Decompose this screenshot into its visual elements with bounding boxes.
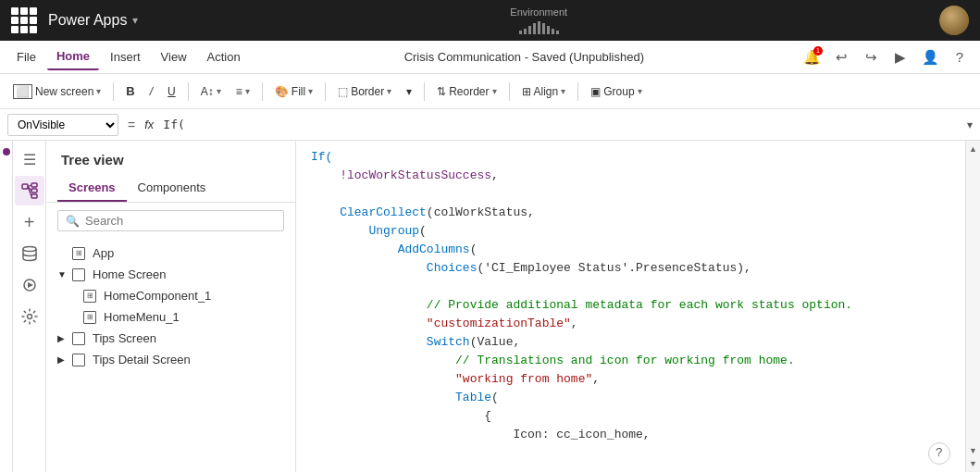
hamburger-menu-icon[interactable]: ☰	[15, 144, 44, 174]
undo-icon: ↩	[836, 49, 848, 66]
play-button[interactable]: ▶	[887, 44, 913, 70]
italic-button[interactable]: /	[144, 79, 158, 105]
tree-item-homemenu-1[interactable]: ▶ ⊞ HomeMenu_1	[46, 306, 295, 328]
homecomponent-1-label: HomeComponent_1	[104, 289, 211, 303]
formula-bar: OnVisible = fx ▾	[0, 109, 980, 141]
align-button[interactable]: ⊞ Align ▾	[516, 79, 572, 105]
tree-panel: Tree view Screens Components 🔍 ▶ ⊞ App ▼…	[46, 141, 296, 472]
tips-screen-label: Tips Screen	[93, 331, 156, 345]
menu-file[interactable]: File	[7, 44, 45, 70]
help-button[interactable]: ?	[947, 44, 973, 70]
tree-search-box: 🔍	[57, 210, 284, 231]
tree-item-app-label: App	[93, 246, 114, 260]
dropdown-button[interactable]: ▾	[401, 79, 417, 105]
tab-components[interactable]: Components	[127, 175, 217, 202]
settings-icon[interactable]	[15, 302, 44, 331]
undo-button[interactable]: ↩	[828, 44, 854, 70]
doc-title: Crisis Communication - Saved (Unpublishe…	[252, 50, 797, 64]
menu-insert[interactable]: Insert	[101, 44, 150, 70]
toolbar-separator-7	[577, 82, 578, 101]
tree-tabs: Screens Components	[46, 175, 295, 203]
menu-bar: File Home Insert View Action Crisis Comm…	[0, 41, 980, 74]
code-line-1: If(	[311, 148, 950, 167]
waffle-menu[interactable]	[11, 7, 37, 33]
svg-rect-1	[31, 183, 37, 187]
formula-expand-icon[interactable]: ▾	[967, 118, 973, 131]
scroll-down-button-1[interactable]: ▼	[967, 444, 980, 457]
code-line-8	[311, 278, 950, 296]
user-button[interactable]: 👤	[917, 44, 943, 70]
sidebar-strip	[0, 141, 13, 472]
component-icon-hm1: ⊞	[83, 311, 96, 324]
font-size-button[interactable]: A↕ ▾	[195, 79, 227, 105]
home-screen-chevron-icon: ▼	[57, 269, 68, 279]
code-editor[interactable]: If( !locWorkStatusSuccess, ClearCollect(…	[296, 141, 965, 472]
svg-point-7	[23, 247, 36, 252]
code-line-3	[311, 185, 950, 204]
right-scrollbar: ▲ ▼ ▼	[965, 141, 980, 472]
menu-view[interactable]: View	[152, 44, 196, 70]
text-align-button[interactable]: ≡ ▾	[230, 79, 255, 105]
tab-screens[interactable]: Screens	[57, 175, 127, 202]
avatar[interactable]	[939, 6, 969, 35]
scroll-down-button-2[interactable]: ▼	[967, 457, 980, 470]
group-button[interactable]: ▣ Group ▾	[585, 79, 647, 105]
fill-icon: 🎨	[275, 85, 289, 98]
underline-icon: U	[167, 85, 176, 98]
reorder-chevron-icon: ▾	[492, 86, 497, 96]
menu-home[interactable]: Home	[47, 44, 99, 70]
border-button[interactable]: ⬚ Border ▾	[332, 79, 397, 105]
fill-label: Fill	[292, 85, 305, 98]
align-tb-icon: ⊞	[522, 85, 531, 98]
panel-icons: ☰ +	[13, 141, 46, 472]
property-selector[interactable]: OnVisible	[7, 114, 118, 136]
app-icon: ⊞	[72, 247, 85, 260]
tree-item-tips-detail-screen[interactable]: ▶ Tips Detail Screen	[46, 349, 295, 370]
scroll-up-button[interactable]: ▲	[967, 143, 980, 155]
homemenu-1-label: HomeMenu_1	[104, 310, 180, 324]
align-icon: ≡	[236, 85, 242, 98]
fill-chevron-icon: ▾	[308, 86, 313, 96]
code-line-2: !locWorkStatusSuccess,	[311, 167, 950, 185]
reorder-icon: ⇅	[437, 85, 446, 98]
font-size-icon: A↕	[201, 85, 214, 98]
group-label: Group	[603, 85, 634, 98]
border-chevron-icon: ▾	[387, 86, 391, 96]
equals-sign: =	[124, 118, 139, 132]
formula-input[interactable]	[159, 118, 958, 131]
toolbar-separator-5	[424, 82, 425, 101]
tips-detail-screen-label: Tips Detail Screen	[93, 353, 191, 366]
tree-item-app[interactable]: ▶ ⊞ App	[46, 242, 295, 264]
home-screen-label: Home Screen	[93, 267, 166, 281]
tree-item-tips-screen[interactable]: ▶ Tips Screen	[46, 328, 295, 349]
underline-button[interactable]: U	[162, 79, 181, 105]
context-help-button[interactable]: ?	[928, 442, 950, 465]
new-screen-button[interactable]: ⬜ New screen ▾	[7, 79, 106, 105]
add-icon[interactable]: +	[15, 207, 44, 237]
tree-view-icon[interactable]	[15, 176, 44, 205]
tree-item-home-screen[interactable]: ▼ Home Screen	[46, 264, 295, 285]
fill-button[interactable]: 🎨 Fill ▾	[269, 79, 318, 105]
toolbar-separator-1	[113, 82, 114, 101]
bold-button[interactable]: B	[120, 79, 140, 105]
code-line-10: "customizationTable",	[311, 315, 950, 333]
notifications-button[interactable]: 🔔 1	[799, 44, 825, 70]
media-icon[interactable]	[15, 270, 44, 300]
group-chevron-icon: ▾	[638, 86, 642, 96]
active-indicator	[3, 148, 10, 155]
app-name-chevron-icon[interactable]: ▾	[132, 14, 138, 27]
svg-rect-3	[31, 194, 37, 198]
reorder-button[interactable]: ⇅ Reorder ▾	[431, 79, 502, 105]
code-line-14: Table(	[311, 389, 950, 407]
tree-item-homecomponent-1[interactable]: ▶ ⊞ HomeComponent_1	[46, 285, 295, 306]
redo-button[interactable]: ↪	[858, 44, 884, 70]
new-screen-label: New screen	[35, 85, 93, 98]
search-input[interactable]	[85, 214, 276, 228]
tips-detail-screen-icon	[72, 354, 85, 366]
search-icon: 🔍	[66, 215, 80, 228]
title-center: Environment	[149, 6, 928, 34]
data-icon[interactable]	[15, 239, 44, 268]
border-label: Border	[351, 85, 384, 98]
svg-rect-2	[31, 189, 37, 193]
menu-action[interactable]: Action	[198, 44, 250, 70]
